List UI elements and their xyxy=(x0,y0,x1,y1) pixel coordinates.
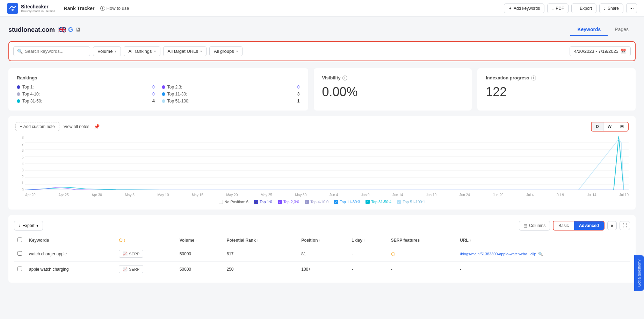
table-header-row: Keywords ⬡ ↕ Volume↕ Potential Rank↕ Pos… xyxy=(14,235,630,246)
row-url-cell[interactable]: /blogs/main/51383300-apple-watch-cha...c… xyxy=(456,246,630,262)
th-serp-features[interactable]: SERP features xyxy=(388,235,457,246)
table-row: apple watch charging 📈 SERP 50000 250 10… xyxy=(14,262,630,277)
row-serp-features-cell: ⬡ xyxy=(388,246,457,262)
legend-top1130: ✓ Top 11-30:3 xyxy=(334,200,360,204)
row-volume-cell: 50000 xyxy=(176,246,223,262)
nav-actions: ✦ Add keywords ↓ PDF ↑ Export ⤴ Share ⋯ xyxy=(504,3,637,13)
view-basic-button[interactable]: Basic xyxy=(553,221,573,230)
main-content: studioneat.com 🇬🇧 G 🖥 Keywords Pages 🔍 V… xyxy=(0,17,644,290)
period-day-button[interactable]: D xyxy=(592,122,603,131)
row-position-cell: 100+ xyxy=(298,262,348,277)
keyword-search-container: 🔍 xyxy=(13,46,90,56)
top1-dot xyxy=(17,85,20,89)
row-checkbox[interactable] xyxy=(17,267,22,271)
how-to-use-link[interactable]: ℹ How to use xyxy=(100,6,129,11)
search-icon[interactable]: 🔍 xyxy=(538,252,543,256)
ranking-top51100: Top 51-100: 1 xyxy=(162,99,300,104)
urls-filter[interactable]: All target URLs ▾ xyxy=(163,46,207,56)
serp-button[interactable]: 📈 SERP xyxy=(119,265,143,273)
period-month-button[interactable]: M xyxy=(616,122,628,131)
th-volume[interactable]: Volume↕ xyxy=(176,235,223,246)
legend-top1: ✓ Top 1:0 xyxy=(254,200,272,204)
uk-flag-icon: 🇬🇧 xyxy=(58,26,66,34)
period-week-button[interactable]: W xyxy=(603,122,616,131)
pdf-icon: ↓ xyxy=(552,6,554,11)
columns-icon: ▤ xyxy=(523,223,527,228)
chart-legend: No Position: 6 ✓ Top 1:0 ✓ Top 2,3:0 ✓ T… xyxy=(15,200,629,204)
row-checkbox[interactable] xyxy=(17,251,22,256)
groups-filter[interactable]: All groups ▾ xyxy=(209,46,243,56)
th-select-all[interactable] xyxy=(14,235,26,246)
export-down-icon: ↓ xyxy=(19,223,21,228)
th-potential-rank[interactable]: Potential Rank↕ xyxy=(223,235,298,246)
th-keywords[interactable]: Keywords xyxy=(26,235,115,246)
row-serp-btn-cell[interactable]: 📈 SERP xyxy=(115,246,176,262)
site-header: studioneat.com 🇬🇧 G 🖥 Keywords Pages xyxy=(8,24,636,36)
row-serp-btn-cell[interactable]: 📈 SERP xyxy=(115,262,176,277)
info-icon: i xyxy=(531,76,536,80)
chart-svg xyxy=(25,136,629,192)
tab-keywords[interactable]: Keywords xyxy=(570,24,608,36)
legend-no-position: No Position: 6 xyxy=(219,200,248,204)
table-area: ↓ Export ▾ ▤ Columns Basic Advanced ∧ ⛶ xyxy=(8,215,636,283)
add-keywords-button[interactable]: ✦ Add keywords xyxy=(504,3,544,13)
pin-icon: 📌 xyxy=(94,124,100,129)
site-domain: studioneat.com xyxy=(8,26,55,34)
site-tabs: Keywords Pages xyxy=(570,24,636,36)
th-link[interactable]: ⬡ ↕ xyxy=(115,235,176,246)
filter-bar: 🔍 Volume ▾ All rankings ▾ All target URL… xyxy=(8,41,636,61)
google-icon: G xyxy=(68,26,73,34)
collapse-button[interactable]: ∧ xyxy=(607,221,617,230)
legend-top23: ✓ Top 2,3:0 xyxy=(278,200,299,204)
monitor-icon[interactable]: 🖥 xyxy=(75,27,81,33)
view-advanced-button[interactable]: Advanced xyxy=(574,221,604,230)
date-range-picker[interactable]: 4/20/2023 - 7/19/2023 📅 xyxy=(570,46,631,56)
plus-icon: ✦ xyxy=(508,6,512,11)
app-title: Rank Tracker xyxy=(64,6,95,11)
help-bubble[interactable]: Got a question? xyxy=(634,255,644,290)
row-1day-cell: - xyxy=(348,262,387,277)
export-button[interactable]: ↑ Export xyxy=(571,3,596,13)
svg-rect-0 xyxy=(7,3,18,14)
table-row: watch charger apple 📈 SERP 50000 617 81 … xyxy=(14,246,630,262)
chevron-down-icon: ▾ xyxy=(115,49,116,53)
visibility-title: Visibility i xyxy=(322,75,464,80)
pdf-button[interactable]: ↓ PDF xyxy=(547,3,569,13)
top410-dot xyxy=(17,92,20,96)
row-keyword-cell: apple watch charging xyxy=(26,262,115,277)
row-checkbox-cell[interactable] xyxy=(14,246,26,262)
ranking-top1: Top 1: 0 xyxy=(17,85,155,90)
search-icon: 🔍 xyxy=(17,49,23,54)
th-url[interactable]: URL↕ xyxy=(456,235,630,246)
view-all-notes-button[interactable]: View all notes xyxy=(64,124,89,129)
add-custom-note-button[interactable]: + Add custom note xyxy=(15,122,59,131)
row-position-cell: 81 xyxy=(298,246,348,262)
calendar-icon: 📅 xyxy=(621,49,626,54)
row-potential-rank-cell: 250 xyxy=(223,262,298,277)
table-toolbar: ↓ Export ▾ ▤ Columns Basic Advanced ∧ ⛶ xyxy=(14,221,630,231)
url-link[interactable]: /blogs/main/51383300-apple-watch-cha...c… xyxy=(460,252,536,256)
period-buttons: D W M xyxy=(591,122,629,132)
search-input[interactable] xyxy=(25,49,86,54)
chevron-down-icon: ▾ xyxy=(154,49,156,53)
share-button[interactable]: ⤴ Share xyxy=(599,3,623,13)
logo-subtitle: Proudly made in Ukraine xyxy=(21,9,56,13)
chart-container: 8 7 6 5 4 3 2 1 0 xyxy=(15,136,629,197)
serp-button[interactable]: 📈 SERP xyxy=(119,250,143,258)
th-position[interactable]: Position↕ xyxy=(298,235,348,246)
rankings-filter[interactable]: All rankings ▾ xyxy=(124,46,160,56)
th-1day[interactable]: 1 day↕ xyxy=(348,235,387,246)
row-serp-features-cell: - xyxy=(388,262,457,277)
more-options-button[interactable]: ⋯ xyxy=(626,3,637,13)
table-right-tools: ▤ Columns Basic Advanced ∧ ⛶ xyxy=(519,221,630,231)
share-icon: ⤴ xyxy=(604,6,606,11)
columns-button[interactable]: ▤ Columns xyxy=(519,221,550,231)
select-all-checkbox[interactable] xyxy=(17,238,22,242)
row-checkbox-cell[interactable] xyxy=(14,262,26,277)
expand-button[interactable]: ⛶ xyxy=(620,221,630,230)
tab-pages[interactable]: Pages xyxy=(608,24,636,36)
table-export-button[interactable]: ↓ Export ▾ xyxy=(14,221,43,231)
chart-line-icon: 📈 xyxy=(123,251,128,256)
view-toggle: Basic Advanced xyxy=(553,221,605,231)
volume-filter[interactable]: Volume ▾ xyxy=(93,46,121,56)
